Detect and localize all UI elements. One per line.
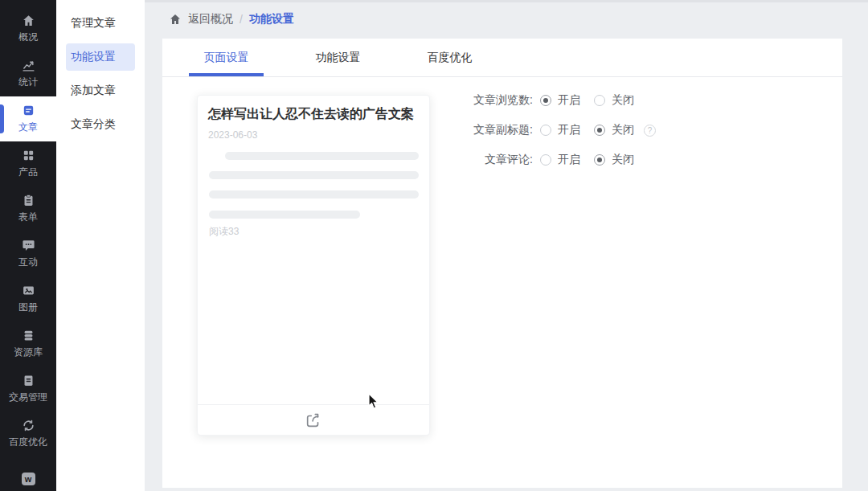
sidebar-item-overview[interactable]: 概况 bbox=[0, 6, 56, 51]
sidebar-item-label: 表单 bbox=[18, 211, 38, 224]
setting-row-article-comments: 文章评论: 开启 关闭 bbox=[436, 152, 656, 168]
database-icon bbox=[22, 329, 35, 342]
tab-bar: 页面设置 功能设置 百度优化 bbox=[162, 39, 842, 77]
sidebar-item-forms[interactable]: 表单 bbox=[0, 186, 56, 231]
chat-icon bbox=[22, 239, 35, 252]
sidebar-item-baidu-seo[interactable]: 百度优化 bbox=[0, 411, 56, 456]
setting-row-article-views: 文章浏览数: 开启 关闭 bbox=[436, 92, 656, 108]
sidebar-item-label: 资源库 bbox=[14, 346, 43, 359]
article-title: 怎样写出让人忍不住去读的广告文案 bbox=[198, 96, 429, 122]
stats-icon bbox=[22, 59, 35, 72]
article-preview-card: 怎样写出让人忍不住去读的广告文案 2023-06-03 阅读33 bbox=[197, 95, 430, 436]
setting-label: 文章副标题: bbox=[436, 123, 533, 137]
primary-sidebar: 概况 统计 文章 产品 表单 互动 bbox=[0, 0, 56, 491]
sidebar-item-label: 统计 bbox=[18, 76, 38, 89]
submenu-item-function-settings[interactable]: 功能设置 bbox=[66, 43, 135, 71]
sidebar-item-label: 图册 bbox=[18, 301, 38, 314]
sidebar-item-interaction[interactable]: 互动 bbox=[0, 231, 56, 276]
setting-label: 文章评论: bbox=[436, 153, 533, 167]
tab-page-settings[interactable]: 页面设置 bbox=[170, 39, 282, 76]
share-icon[interactable] bbox=[305, 411, 322, 429]
submenu-item-article-categories[interactable]: 文章分类 bbox=[66, 111, 135, 138]
card-footer bbox=[198, 404, 429, 435]
tab-baidu-optimization[interactable]: 百度优化 bbox=[394, 39, 506, 76]
breadcrumb: 返回概况 / 功能设置 bbox=[169, 0, 294, 39]
setting-row-article-subtitle: 文章副标题: 开启 关闭 ? bbox=[436, 122, 656, 138]
settings-form: 文章浏览数: 开启 关闭 文章副标题: 开启 关闭 bbox=[436, 92, 656, 182]
placeholder-bar bbox=[209, 190, 419, 198]
radio-button[interactable] bbox=[540, 95, 551, 106]
form-icon bbox=[22, 194, 35, 207]
sidebar-item-trade[interactable]: 交易管理 bbox=[0, 366, 56, 411]
secondary-sidebar: 管理文章 功能设置 添加文章 文章分类 bbox=[56, 0, 145, 491]
gallery-icon bbox=[22, 284, 35, 297]
sidebar-item-label: 百度优化 bbox=[9, 436, 47, 449]
placeholder-bar bbox=[225, 152, 419, 160]
placeholder-bar bbox=[209, 171, 419, 179]
setting-label: 文章浏览数: bbox=[436, 93, 533, 108]
tab-function-settings[interactable]: 功能设置 bbox=[282, 39, 394, 76]
radio-option-on[interactable]: 开启 bbox=[540, 123, 580, 137]
sidebar-item-label: 互动 bbox=[18, 256, 38, 269]
sidebar-item-label: 产品 bbox=[18, 166, 38, 179]
radio-option-on[interactable]: 开启 bbox=[540, 93, 580, 108]
sidebar-item-library[interactable]: 资源库 bbox=[0, 321, 56, 366]
radio-option-on[interactable]: 开启 bbox=[540, 153, 580, 167]
sidebar-item-label: 概况 bbox=[18, 31, 38, 44]
article-read-count: 阅读33 bbox=[209, 225, 239, 239]
breadcrumb-back-link[interactable]: 返回概况 bbox=[188, 12, 233, 27]
sidebar-item-gallery[interactable]: 图册 bbox=[0, 276, 56, 321]
w-badge-icon: w bbox=[22, 473, 35, 485]
submenu-item-add-article[interactable]: 添加文章 bbox=[66, 77, 135, 104]
radio-button[interactable] bbox=[594, 125, 605, 136]
breadcrumb-separator: / bbox=[240, 13, 243, 26]
radio-option-off[interactable]: 关闭 bbox=[594, 153, 634, 167]
radio-option-off[interactable]: 关闭 bbox=[594, 93, 634, 108]
article-date: 2023-06-03 bbox=[208, 129, 429, 141]
radio-button[interactable] bbox=[594, 154, 605, 166]
radio-option-off[interactable]: 关闭 bbox=[594, 123, 634, 137]
home-icon[interactable] bbox=[169, 13, 182, 26]
main-panel: 页面设置 功能设置 百度优化 怎样写出让人忍不住去读的广告文案 2023-06-… bbox=[162, 39, 842, 488]
article-icon bbox=[22, 104, 35, 117]
radio-button[interactable] bbox=[594, 95, 605, 106]
radio-button[interactable] bbox=[540, 125, 551, 136]
sidebar-item-label: 交易管理 bbox=[9, 391, 47, 404]
home-icon bbox=[22, 14, 35, 27]
breadcrumb-current: 功能设置 bbox=[249, 12, 294, 27]
clipboard-icon bbox=[22, 374, 35, 387]
placeholder-bar bbox=[209, 211, 360, 219]
sidebar-item-articles[interactable]: 文章 bbox=[0, 96, 56, 141]
sidebar-item-label: 文章 bbox=[18, 121, 38, 134]
sidebar-item-products[interactable]: 产品 bbox=[0, 141, 56, 186]
products-grid-icon bbox=[22, 149, 35, 162]
sidebar-item-w[interactable]: w bbox=[0, 456, 56, 491]
submenu-item-manage-articles[interactable]: 管理文章 bbox=[66, 10, 135, 37]
sync-icon bbox=[22, 419, 35, 432]
radio-button[interactable] bbox=[540, 154, 551, 166]
sidebar-item-stats[interactable]: 统计 bbox=[0, 51, 56, 96]
tab-content: 怎样写出让人忍不住去读的广告文案 2023-06-03 阅读33 bbox=[162, 78, 842, 488]
help-icon[interactable]: ? bbox=[644, 125, 656, 137]
